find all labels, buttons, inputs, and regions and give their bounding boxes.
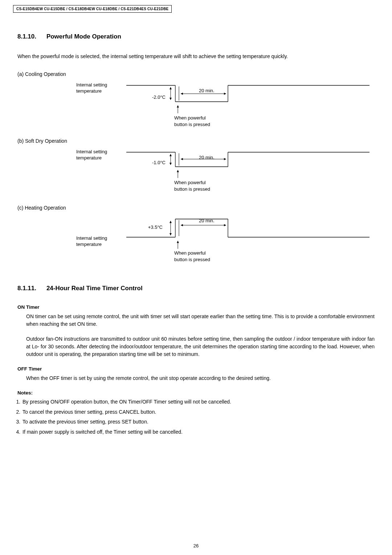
ist-label: Internal setting temperature bbox=[76, 235, 107, 248]
sub-label-a: (a) Cooling Operation bbox=[17, 71, 375, 77]
diagram-heating: Internal setting temperature +3.5°C 20 m… bbox=[17, 214, 375, 272]
off-timer-p1: When the OFF timer is set by using the r… bbox=[26, 374, 375, 382]
page-number: 26 bbox=[0, 543, 392, 548]
note-item: To activate the previous timer setting, … bbox=[22, 418, 375, 426]
diagram-cooling: Internal setting temperature -2.0°C 20 m… bbox=[17, 80, 375, 134]
on-timer-p2: Outdoor fan-ON instructions are transmit… bbox=[26, 335, 375, 358]
section-name: 24-Hour Real Time Timer Control bbox=[46, 285, 143, 292]
sub-label-b: (b) Soft Dry Operation bbox=[17, 138, 375, 144]
diagram-softdry: Internal setting temperature -1.0°C 20 m… bbox=[17, 147, 375, 201]
trigger-label: When powerful button is pressed bbox=[174, 250, 210, 263]
note-item: If main power supply is switched off, th… bbox=[22, 429, 375, 436]
off-timer-header: OFF Timer bbox=[17, 366, 375, 372]
notes-list: By pressing ON/OFF operation button, the… bbox=[22, 398, 375, 436]
section-name: Powerful Mode Operation bbox=[46, 33, 121, 40]
diagram-svg bbox=[126, 80, 369, 116]
diagram-svg bbox=[126, 214, 369, 251]
on-timer-p1: ON timer can be set using remote control… bbox=[26, 313, 375, 328]
model-header: CS-E15DB4EW CU-E15DBE / CS-E18DB4EW CU-E… bbox=[13, 5, 172, 13]
section-8-1-10-title: 8.1.10. Powerful Mode Operation bbox=[17, 33, 375, 40]
diagram-svg bbox=[126, 147, 369, 181]
section-number: 8.1.11. bbox=[17, 285, 36, 292]
notes-header: Notes: bbox=[17, 390, 375, 396]
note-item: To cancel the previous timer setting, pr… bbox=[22, 409, 375, 416]
section-intro: When the powerful mode is selected, the … bbox=[17, 53, 375, 60]
trigger-label: When powerful button is pressed bbox=[174, 115, 210, 127]
ist-label: Internal setting temperature bbox=[76, 82, 107, 94]
on-timer-header: ON Timer bbox=[17, 304, 375, 310]
sub-label-c: (c) Heating Operation bbox=[17, 205, 375, 211]
section-8-1-11-title: 8.1.11. 24-Hour Real Time Timer Control bbox=[17, 285, 375, 292]
section-number: 8.1.10. bbox=[17, 33, 36, 40]
ist-label: Internal setting temperature bbox=[76, 149, 107, 161]
trigger-label: When powerful button is pressed bbox=[174, 179, 210, 192]
note-item: By pressing ON/OFF operation button, the… bbox=[22, 398, 375, 406]
